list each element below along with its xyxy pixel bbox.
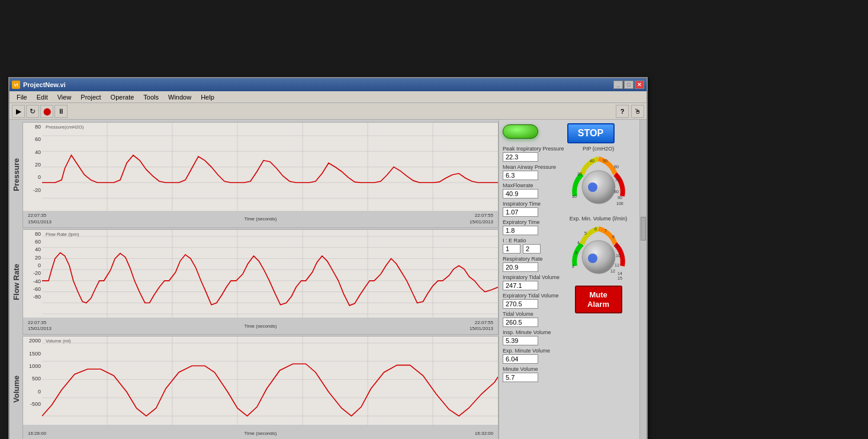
title-bar-buttons: _ □ ✕ <box>613 81 644 89</box>
exp-min-metric: Exp. Minute Volume 6.04 <box>503 348 564 364</box>
volume-label: Volume <box>9 336 22 439</box>
exp-time-value: 1.8 <box>503 226 538 235</box>
svg-text:11: 11 <box>615 263 619 267</box>
menu-project[interactable]: Project <box>76 92 105 102</box>
insp-min-label: Insp. Minute Volume <box>503 329 564 335</box>
abort-button[interactable]: ⬤ <box>40 105 53 118</box>
svg-text:4: 4 <box>577 241 580 245</box>
main-content: Pressure Pressure(cmH2O) 806040200-20 <box>9 120 647 439</box>
insp-tidal-label: Inspiratory Tidal Volume <box>503 274 564 280</box>
ie-ratio-label: I : E Ratio <box>503 238 564 243</box>
pressure-x-end: 22:07:5515/01/2013 <box>470 213 493 225</box>
title-bar: VI ProjectNew.vi _ □ ✕ <box>9 78 647 91</box>
pressure-label: Pressure <box>9 122 22 228</box>
volume-chart-inner: Volume (ml) 2000150010005000-500 <box>23 337 498 425</box>
min-vol-label: Minute Volume <box>503 366 564 372</box>
volume-chart-svg <box>42 337 498 438</box>
menu-operate[interactable]: Operate <box>106 92 139 102</box>
scrollbar-track[interactable] <box>639 120 647 439</box>
flowrate-label: Flow Rate <box>9 229 22 335</box>
pressure-y-axis: 806040200-20 <box>23 123 42 194</box>
flowrate-chart: Flow Rate (lpm) 806040200-20-40-60-80 <box>22 229 499 335</box>
insp-min-value: 5.39 <box>503 336 538 345</box>
svg-text:50: 50 <box>603 159 607 163</box>
volume-chart-block: Volume Volume (ml) 2000150010005000-500 <box>9 336 499 439</box>
menu-help[interactable]: Help <box>196 92 219 102</box>
insp-min-metric: Insp. Minute Volume 5.39 <box>503 329 564 345</box>
menu-edit[interactable]: Edit <box>32 92 53 102</box>
svg-text:6: 6 <box>594 227 597 231</box>
flowrate-chart-block: Flow Rate Flow Rate (lpm) 806040200-20-4… <box>9 229 499 335</box>
insp-time-label: Inspiratory Time <box>503 201 564 207</box>
ie-ratio-values: 1 2 <box>503 244 564 254</box>
rr-value: 20.9 <box>503 262 538 272</box>
min-vol-metric: Minute Volume 5.7 <box>503 366 564 382</box>
map-metric: Mean Airway Pressure 6.3 <box>503 164 564 180</box>
pause-button[interactable]: ⏸ <box>54 105 67 118</box>
metrics-and-gauges: Peak Inspiratory Pressure 22.3 Mean Airw… <box>503 146 643 382</box>
pressure-chart: Pressure(cmH2O) 806040200-20 <box>22 122 499 228</box>
context-help-button[interactable]: 🖱 <box>631 105 644 118</box>
svg-point-39 <box>582 171 615 204</box>
volume-y-axis: 2000150010005000-500 <box>23 337 42 408</box>
flowrate-x-end: 22:07:5515/01/2013 <box>470 320 493 332</box>
svg-text:10: 10 <box>572 194 577 198</box>
volume-x-start: 16:28:00 <box>28 431 46 436</box>
exp-time-label: Expiratory Time <box>503 219 564 225</box>
pressure-chart-inner: Pressure(cmH2O) 806040200-20 <box>23 123 498 211</box>
svg-text:7: 7 <box>605 229 607 233</box>
pip-gauge-label: PIP (cmH2O) <box>583 146 614 152</box>
ie-ratio-metric: I : E Ratio 1 2 <box>503 238 564 254</box>
svg-text:3: 3 <box>575 251 577 255</box>
menu-view[interactable]: View <box>53 92 76 102</box>
minimize-button[interactable]: _ <box>613 81 623 89</box>
tidal-vol-value: 260.5 <box>503 318 538 327</box>
svg-text:14: 14 <box>618 271 622 275</box>
window-title: ProjectNew.vi <box>23 81 613 88</box>
stop-button[interactable]: STOP <box>567 123 615 143</box>
insp-time-metric: Inspiratory Time 1.07 <box>503 201 564 217</box>
charts-area: Pressure Pressure(cmH2O) 806040200-20 <box>9 120 499 439</box>
volume-chart: Volume (ml) 2000150010005000-500 <box>22 336 499 439</box>
volume-x-label: Time (seconds) <box>245 431 277 436</box>
flowrate-chart-svg <box>42 230 498 331</box>
svg-point-51 <box>588 254 597 263</box>
maximize-button[interactable]: □ <box>624 81 634 89</box>
metrics-column: Peak Inspiratory Pressure 22.3 Mean Airw… <box>503 146 564 382</box>
scrollbar-thumb[interactable] <box>641 217 646 241</box>
menu-window[interactable]: Window <box>163 92 196 102</box>
exp-time-metric: Expiratory Time 1.8 <box>503 219 564 235</box>
pip-gauge: PIP (cmH2O) <box>569 146 628 211</box>
close-button[interactable]: ✕ <box>635 81 644 89</box>
flowrate-x-label: Time (seconds) <box>245 323 277 329</box>
svg-text:80: 80 <box>614 190 619 194</box>
svg-text:8: 8 <box>612 235 615 239</box>
svg-point-40 <box>588 182 597 192</box>
flowrate-x-axis: 22:07:3515/01/2013 Time (seconds) 22:07:… <box>23 318 498 334</box>
ie-ratio-e: 2 <box>523 244 541 254</box>
svg-text:60: 60 <box>614 165 619 169</box>
svg-text:5: 5 <box>584 231 587 235</box>
svg-text:9: 9 <box>616 244 618 248</box>
mute-alarm-button[interactable]: Mute Alarm <box>575 286 622 313</box>
pressure-x-start: 22:07:3515/01/2013 <box>28 213 52 225</box>
svg-text:40: 40 <box>590 159 594 163</box>
exp-min-vol-gauge-svg: 2 3 4 5 6 7 8 9 10 11 12 14 15 <box>569 222 628 281</box>
insp-tidal-metric: Inspiratory Tidal Volume 247.1 <box>503 274 564 290</box>
exp-min-label: Exp. Minute Volume <box>503 348 564 354</box>
pip-label: Peak Inspiratory Pressure <box>503 146 564 152</box>
svg-text:70: 70 <box>615 178 620 182</box>
run-continuously-button[interactable]: ↻ <box>26 105 39 118</box>
tidal-vol-label: Tidal Volume <box>503 311 564 317</box>
insp-time-value: 1.07 <box>503 207 538 217</box>
toolbar: ▶ ↻ ⬤ ⏸ ? 🖱 <box>9 103 647 120</box>
rr-label: Respiratory Rate <box>503 256 564 262</box>
exp-min-value: 6.04 <box>503 354 538 364</box>
volume-x-axis: 16:28:00 Time (seconds) 16:32:00 <box>23 425 498 439</box>
menu-file[interactable]: File <box>12 92 32 102</box>
run-button[interactable]: ▶ <box>12 105 25 118</box>
pip-metric: Peak Inspiratory Pressure 22.3 <box>503 146 564 162</box>
help-button[interactable]: ? <box>616 105 629 118</box>
ie-ratio-i: 1 <box>503 244 520 254</box>
menu-tools[interactable]: Tools <box>139 92 163 102</box>
